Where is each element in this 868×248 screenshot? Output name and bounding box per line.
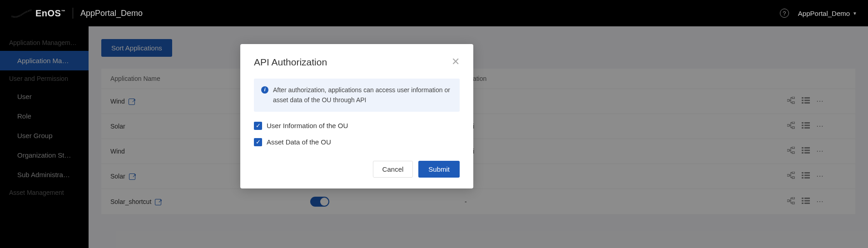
logo[interactable]: EnOS™ — [11, 8, 65, 19]
header-right: ? AppPortal_Demo ▼ — [780, 9, 857, 18]
checkbox-user-info[interactable]: ✓ User Information of the OU — [254, 122, 460, 130]
modal-title: API Authorization — [254, 57, 327, 68]
help-icon[interactable]: ? — [780, 9, 789, 18]
submit-button[interactable]: Submit — [418, 161, 460, 178]
checkbox-asset-data[interactable]: ✓ Asset Data of the OU — [254, 138, 460, 146]
info-icon: i — [261, 86, 268, 94]
header-divider — [73, 8, 73, 19]
logo-icon — [11, 8, 33, 19]
header-left: EnOS™ AppPortal_Demo — [11, 8, 143, 19]
app-title: AppPortal_Demo — [80, 9, 143, 18]
checkbox-icon[interactable]: ✓ — [254, 138, 262, 146]
modal-header: API Authorization ✕ — [254, 57, 460, 68]
app-header: EnOS™ AppPortal_Demo ? AppPortal_Demo ▼ — [0, 0, 868, 26]
modal-footer: Cancel Submit — [254, 161, 460, 178]
chevron-down-icon: ▼ — [853, 11, 857, 16]
checkbox-icon[interactable]: ✓ — [254, 122, 262, 130]
user-menu[interactable]: AppPortal_Demo ▼ — [798, 10, 857, 17]
info-box: i After authorization, applications can … — [254, 79, 460, 112]
info-text: After authorization, applications can ac… — [273, 85, 452, 105]
user-menu-label: AppPortal_Demo — [798, 10, 850, 17]
checkbox-label: User Information of the OU — [267, 122, 348, 129]
close-icon[interactable]: ✕ — [451, 57, 460, 67]
cancel-button[interactable]: Cancel — [373, 161, 413, 178]
logo-text: EnOS™ — [35, 8, 65, 19]
api-authorization-modal: API Authorization ✕ i After authorizatio… — [240, 44, 473, 188]
checkbox-label: Asset Data of the OU — [267, 138, 331, 146]
